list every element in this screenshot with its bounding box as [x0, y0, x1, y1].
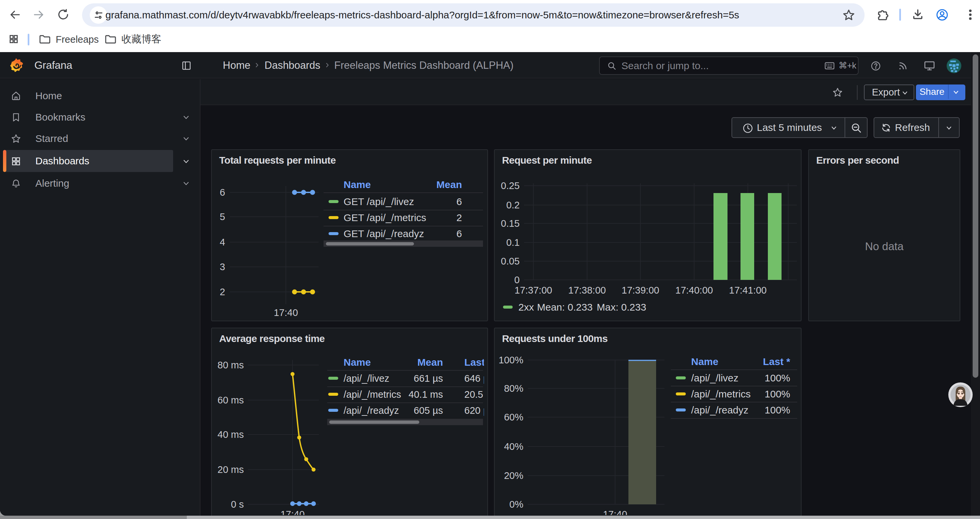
svg-text:17:37:00: 17:37:00	[515, 285, 552, 295]
svg-text:0.1: 0.1	[506, 237, 520, 248]
svg-text:80%: 80%	[504, 383, 523, 394]
svg-text:661 µs: 661 µs	[414, 373, 443, 384]
svg-text:100%: 100%	[499, 355, 523, 366]
svg-text:60%: 60%	[504, 412, 523, 423]
svg-text:GET /api/_/readyz: GET /api/_/readyz	[344, 228, 424, 239]
svg-text:20%: 20%	[504, 470, 523, 481]
svg-text:5: 5	[220, 211, 225, 222]
svg-text:100%: 100%	[765, 404, 790, 415]
svg-text:20 ms: 20 ms	[218, 464, 244, 475]
svg-text:3: 3	[220, 262, 225, 272]
svg-text:0 s: 0 s	[231, 499, 244, 509]
svg-text:2: 2	[220, 287, 225, 297]
svg-text:0.25: 0.25	[501, 180, 520, 191]
svg-text:17:40:00: 17:40:00	[675, 285, 713, 295]
svg-text:Max: 0.233: Max: 0.233	[597, 302, 646, 313]
svg-text:40.1 ms: 40.1 ms	[409, 389, 443, 400]
svg-text:/api/_/metrics: /api/_/metrics	[344, 389, 401, 400]
svg-text:40%: 40%	[504, 441, 523, 452]
svg-text:646 µs: 646 µs	[464, 373, 487, 384]
svg-text:100%: 100%	[765, 388, 790, 399]
svg-text:/api/_/metrics: /api/_/metrics	[691, 388, 751, 399]
svg-text:6: 6	[456, 196, 462, 207]
svg-text:/api/_/readyz: /api/_/readyz	[344, 405, 399, 416]
svg-text:Name: Name	[344, 357, 371, 368]
svg-text:2: 2	[456, 212, 462, 223]
svg-text:0: 0	[514, 275, 520, 285]
svg-text:80 ms: 80 ms	[218, 360, 244, 370]
svg-text:/api/_/readyz: /api/_/readyz	[691, 404, 749, 415]
svg-text:Mean: Mean	[417, 357, 443, 368]
svg-text:17:40: 17:40	[280, 509, 305, 515]
svg-text:Last *: Last *	[464, 357, 487, 368]
svg-text:6: 6	[456, 228, 462, 239]
svg-text:17:39:00: 17:39:00	[622, 285, 659, 295]
svg-text:Last *: Last *	[763, 356, 790, 367]
svg-text:17:38:00: 17:38:00	[568, 285, 606, 295]
svg-text:/api/_/livez: /api/_/livez	[691, 372, 738, 383]
svg-text:Mean: 0.233: Mean: 0.233	[537, 302, 593, 313]
svg-text:60 ms: 60 ms	[218, 395, 244, 406]
svg-text:GET /api/_/livez: GET /api/_/livez	[344, 196, 414, 207]
svg-text:100%: 100%	[765, 372, 790, 383]
svg-text:6: 6	[220, 187, 225, 198]
svg-text:0%: 0%	[509, 499, 523, 509]
svg-text:0.15: 0.15	[501, 218, 520, 229]
svg-text:0.2: 0.2	[506, 200, 520, 211]
svg-text:GET /api/_/metrics: GET /api/_/metrics	[344, 212, 426, 223]
svg-text:0.05: 0.05	[501, 256, 520, 267]
svg-text:4: 4	[220, 237, 225, 248]
svg-text:/api/_/livez: /api/_/livez	[344, 373, 389, 384]
svg-text:Mean: Mean	[436, 179, 462, 190]
svg-text:17:40: 17:40	[603, 509, 627, 515]
svg-text:2xx: 2xx	[519, 302, 534, 313]
svg-text:17:40: 17:40	[274, 307, 298, 318]
svg-text:605 µs: 605 µs	[414, 405, 443, 416]
svg-text:40 ms: 40 ms	[218, 429, 244, 440]
svg-text:Name: Name	[691, 356, 719, 367]
svg-text:Name: Name	[344, 179, 371, 190]
svg-text:17:41:00: 17:41:00	[729, 285, 767, 295]
svg-text:20.5 ms: 20.5 ms	[464, 389, 487, 400]
svg-text:620 µs: 620 µs	[464, 405, 487, 416]
